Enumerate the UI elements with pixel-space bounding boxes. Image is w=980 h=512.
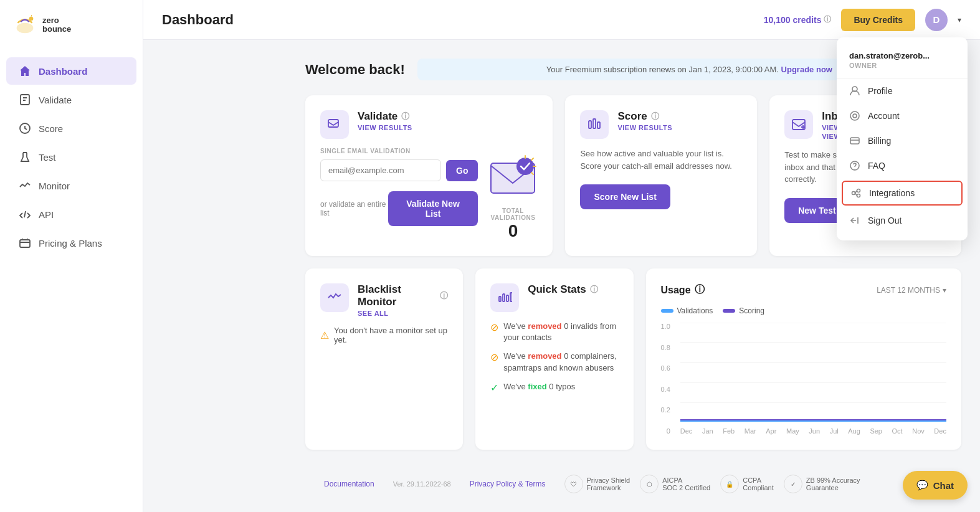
- zb-icon: ✓: [784, 475, 802, 493]
- svg-point-12: [857, 194, 860, 197]
- svg-rect-22: [503, 294, 505, 301]
- chevron-down-icon: ▾: [943, 286, 946, 295]
- dropdown-profile[interactable]: Profile: [837, 78, 968, 103]
- validate-info-icon[interactable]: ⓘ: [401, 111, 409, 122]
- sidebar-nav: Dashboard Validate Score Test: [0, 56, 143, 258]
- sidebar-item-pricing[interactable]: Pricing & Plans: [6, 229, 136, 257]
- privacy-shield-icon: 🛡: [564, 475, 583, 493]
- avatar[interactable]: D: [925, 9, 948, 31]
- validate-card-title: Validate ⓘ: [358, 110, 412, 123]
- validate-new-list-button[interactable]: Validate New List: [388, 191, 478, 226]
- legend-scoring: Scoring: [723, 306, 764, 315]
- sidebar-item-monitor[interactable]: Monitor: [6, 172, 136, 199]
- faq-icon: [849, 160, 860, 171]
- header: Dashboard 10,100 credits ⓘ Buy Credits D…: [143, 0, 980, 40]
- pricing-icon: [19, 237, 31, 249]
- svg-point-10: [852, 192, 855, 195]
- validate-card-header: Validate ⓘ VIEW RESULTS: [320, 110, 538, 139]
- quick-stat-item-2: ✓ We've fixed 0 typos: [490, 381, 618, 395]
- chart-body: Dec Jan Feb Mar Apr May Jun Jul Aug Sep …: [680, 323, 946, 435]
- sidebar: zero bounce Dashboard Validate Score: [0, 0, 143, 512]
- account-icon: [849, 110, 860, 121]
- sidebar-item-test[interactable]: Test: [6, 143, 136, 171]
- dropdown-billing[interactable]: Billing: [837, 128, 968, 153]
- dropdown-user-info: dan.straton@zerob... OWNER: [837, 45, 968, 78]
- warning-icon-1: ⊘: [490, 351, 498, 364]
- score-card-header: Score ⓘ VIEW RESULTS: [580, 110, 742, 139]
- aicpa-icon: ⬡: [640, 475, 659, 493]
- inbox-card-icon: [784, 110, 813, 139]
- score-info-icon[interactable]: ⓘ: [651, 111, 659, 122]
- svg-point-1: [29, 17, 34, 21]
- legend-dot-scoring: [723, 309, 735, 313]
- usage-info-icon[interactable]: ⓘ: [695, 283, 705, 296]
- badge-ccpa: 🔒 CCPACompliant: [720, 475, 774, 493]
- svg-point-6: [850, 111, 859, 120]
- blacklist-card: Blacklist Monitor ⓘ SEE ALL ⚠ You don't …: [305, 268, 463, 450]
- warning-icon-0: ⊘: [490, 321, 498, 334]
- test-icon: [19, 151, 31, 163]
- credits-info-icon[interactable]: ⓘ: [824, 14, 831, 25]
- billing-icon: [849, 135, 860, 146]
- sidebar-item-dashboard[interactable]: Dashboard: [6, 57, 136, 85]
- svg-rect-24: [510, 293, 512, 301]
- total-validations: TOTAL VALIDATIONS 0: [488, 207, 538, 241]
- buy-credits-button[interactable]: Buy Credits: [841, 9, 915, 31]
- validate-card-icon: [320, 110, 349, 139]
- validate-list-row: or validate an entire list Validate New …: [320, 191, 478, 226]
- usage-chart-svg: [680, 323, 946, 422]
- chat-button[interactable]: 💬 Chat: [903, 471, 968, 500]
- svg-point-0: [17, 23, 34, 34]
- signout-icon: [849, 215, 860, 226]
- score-view-results-link[interactable]: VIEW RESULTS: [617, 124, 672, 131]
- quick-stats-header: Quick Stats ⓘ: [490, 283, 618, 312]
- last-months-selector[interactable]: LAST 12 MONTHS ▾: [877, 286, 946, 295]
- ccpa-icon: 🔒: [720, 475, 739, 493]
- account-dropdown: dan.straton@zerob... OWNER Profile Accou…: [837, 37, 968, 240]
- check-icon-0: ✓: [490, 381, 498, 395]
- blacklist-card-icon: [320, 283, 349, 312]
- dropdown-integrations[interactable]: Integrations: [842, 181, 963, 206]
- dropdown-account[interactable]: Account: [837, 103, 968, 128]
- score-card: Score ⓘ VIEW RESULTS See how active and …: [565, 95, 757, 256]
- validate-sublabel: SINGLE EMAIL VALIDATION: [320, 148, 478, 154]
- blacklist-see-all-link[interactable]: SEE ALL: [358, 310, 448, 317]
- quick-stats-info-icon[interactable]: ⓘ: [590, 284, 598, 295]
- blacklist-no-monitor: ⚠ You don't have a monitor set up yet.: [320, 326, 448, 344]
- header-right: 10,100 credits ⓘ Buy Credits D ▾: [764, 9, 961, 31]
- footer-badges: 🛡 Privacy ShieldFramework ⬡ AICPASOC 2 C…: [564, 475, 860, 493]
- svg-rect-8: [850, 138, 859, 144]
- dropdown-faq[interactable]: FAQ: [837, 153, 968, 178]
- dropdown-email: dan.straton@zerob...: [849, 51, 955, 60]
- blacklist-card-title: Blacklist Monitor ⓘ: [358, 283, 448, 308]
- blacklist-card-header: Blacklist Monitor ⓘ SEE ALL: [320, 283, 448, 317]
- dropdown-role: OWNER: [849, 62, 955, 69]
- email-input-row: Go: [320, 159, 478, 181]
- welcome-text: Welcome back!: [305, 62, 405, 78]
- footer-version: Ver. 29.11.2022-68: [393, 480, 451, 488]
- usage-title: Usage ⓘ: [661, 283, 705, 296]
- score-card-icon: [580, 110, 609, 139]
- sidebar-item-score[interactable]: Score: [6, 115, 136, 142]
- validate-view-results-link[interactable]: VIEW RESULTS: [358, 124, 412, 131]
- go-button[interactable]: Go: [446, 160, 478, 181]
- score-new-list-button[interactable]: Score New List: [580, 184, 670, 209]
- chevron-down-icon[interactable]: ▾: [958, 16, 961, 24]
- sidebar-item-api[interactable]: API: [6, 201, 136, 228]
- quick-stats-card: Quick Stats ⓘ ⊘ We've removed 0 invalids…: [475, 268, 633, 450]
- blacklist-info-icon[interactable]: ⓘ: [440, 290, 448, 301]
- upgrade-link[interactable]: Upgrade now: [781, 65, 832, 74]
- legend-dot-validations: [661, 309, 673, 313]
- warning-icon: ⚠: [320, 329, 329, 341]
- usage-header: Usage ⓘ LAST 12 MONTHS ▾: [661, 283, 947, 296]
- sidebar-item-validate[interactable]: Validate: [6, 86, 136, 113]
- svg-rect-19: [597, 122, 600, 128]
- chart-legend: Validations Scoring: [661, 306, 947, 315]
- score-description: See how active and valuable your list is…: [580, 148, 742, 172]
- email-input[interactable]: [320, 159, 441, 181]
- privacy-policy-link[interactable]: Privacy Policy & Terms: [470, 480, 546, 488]
- documentation-link[interactable]: Documentation: [324, 480, 374, 488]
- dropdown-signout[interactable]: Sign Out: [837, 208, 968, 233]
- monitor-icon: [19, 179, 31, 192]
- usage-card: Usage ⓘ LAST 12 MONTHS ▾ Validations Sco…: [646, 268, 962, 450]
